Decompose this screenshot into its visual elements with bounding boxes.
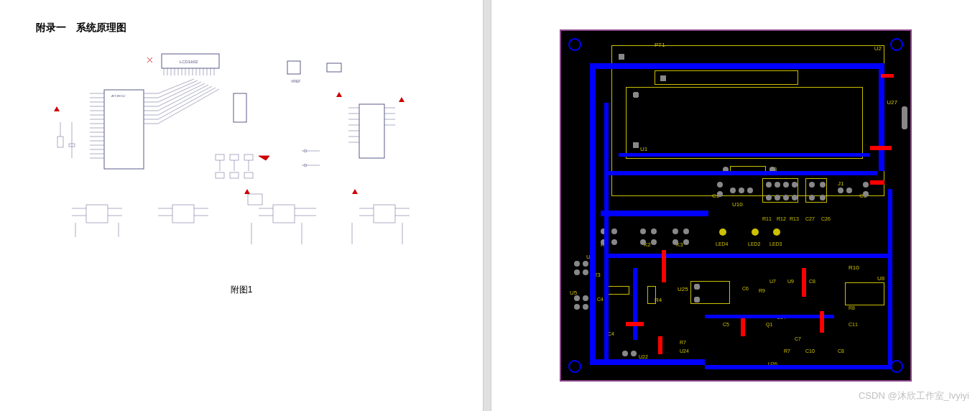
ref-c9: C8: [809, 279, 815, 284]
mounting-hole: [568, 360, 581, 373]
outline-u1: [626, 87, 863, 159]
svg-rect-61: [216, 154, 224, 160]
mounting-hole: [568, 38, 581, 51]
r4: [608, 286, 629, 295]
ref-u1: U1: [640, 146, 647, 152]
ref-r11: R11: [762, 216, 772, 221]
figure-caption: 附图1: [0, 284, 483, 296]
ref-c27: C27: [805, 216, 815, 221]
ref-c10: C10: [805, 348, 815, 354]
ref-u7: U7: [769, 279, 776, 284]
ref-q1: Q1: [766, 322, 772, 327]
svg-rect-62: [230, 154, 239, 160]
svg-rect-86: [273, 205, 295, 223]
ref-led4: LED4: [716, 241, 729, 246]
r3: [647, 286, 656, 304]
svg-rect-56: [234, 93, 246, 122]
svg-rect-18: [327, 63, 341, 72]
ref-c6: C6: [742, 286, 749, 291]
svg-rect-74: [86, 205, 108, 223]
svg-rect-19: [104, 90, 144, 169]
svg-rect-81: [172, 205, 194, 223]
mcu-label: ATC89C52: [111, 94, 126, 98]
svg-rect-63: [244, 154, 253, 160]
ref-c11: C11: [849, 322, 858, 327]
pcb-layout: PT1 U2 U1 U27: [560, 29, 912, 382]
page-title: 附录一 系统原理图: [36, 22, 126, 34]
pcb-panel: PT1 U2 U1 U27: [491, 0, 980, 411]
ref-u25: U25: [678, 286, 688, 292]
ref-r8: R8: [849, 305, 855, 310]
ref-j1: J1: [838, 180, 843, 187]
svg-rect-57: [57, 137, 63, 147]
lcd-outline: [655, 70, 798, 85]
schematic-panel: 附录一 系统原理图 LCD1602 VREF ATC89C52: [0, 0, 483, 411]
svg-rect-68: [230, 172, 239, 178]
mounting-hole: [890, 38, 903, 51]
lcd-label: LCD1602: [180, 60, 198, 64]
ref-c4r4: C4: [597, 297, 604, 302]
ref-u9: U9: [787, 279, 794, 284]
svg-rect-93: [374, 205, 395, 223]
ref-r12: R12: [777, 216, 786, 221]
ic-u8: [845, 282, 884, 305]
ref-r10: R10: [849, 264, 859, 271]
svg-rect-44: [359, 104, 384, 158]
ref-u8: U8: [877, 275, 884, 282]
svg-rect-67: [216, 172, 224, 178]
ref-u22: U22: [639, 354, 648, 359]
panel-divider: [483, 0, 491, 411]
svg-rect-100: [248, 194, 262, 205]
svg-rect-16: [287, 61, 300, 74]
ref-c7: C7: [795, 336, 801, 341]
watermark: CSDN @沐欣工作室_lvyiyi: [859, 389, 969, 402]
ref-led3: LED3: [769, 241, 782, 246]
ref-r9: R9: [759, 288, 765, 293]
ref-r6: R7: [680, 340, 686, 345]
svg-text:VREF: VREF: [291, 79, 300, 83]
ref-u2: U2: [874, 45, 882, 52]
ref-u10: U10: [732, 201, 743, 208]
ref-c5: C5: [723, 322, 729, 327]
ref-u27: U27: [887, 99, 897, 106]
ref-c4b: C4: [608, 331, 614, 336]
ref-r13: R13: [790, 216, 799, 221]
ref-led2: LED2: [748, 241, 761, 246]
ref-r7: R7: [784, 348, 790, 354]
ref-u24: U24: [680, 348, 689, 354]
schematic-diagram: LCD1602 VREF ATC89C52: [36, 43, 445, 280]
ref-c8: C8: [838, 348, 844, 354]
ref-c26: C26: [821, 216, 831, 221]
svg-rect-69: [244, 172, 253, 178]
